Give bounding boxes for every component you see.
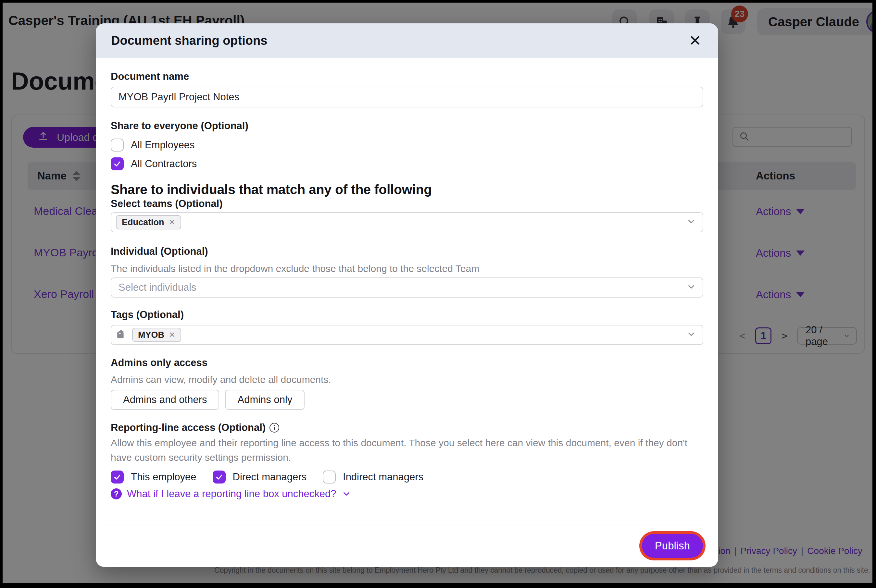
reporting-help-link[interactable]: ? What if I leave a reporting line box u… — [111, 487, 703, 501]
all-employees-checkbox-row[interactable]: All Employees — [111, 138, 703, 152]
reporting-line-label-row: Reporting-line access (Optional) i — [111, 422, 703, 434]
indirect-managers-checkbox-row[interactable]: Indirect managers — [323, 470, 424, 484]
individual-help-text: The individuals listed in the dropdown e… — [111, 263, 703, 274]
modal-footer: Publish — [96, 525, 718, 558]
teams-select[interactable]: Education ✕ — [111, 212, 703, 232]
chevron-down-icon — [687, 217, 696, 228]
admins-and-others-button[interactable]: Admins and others — [111, 390, 219, 410]
direct-managers-checkbox[interactable] — [213, 471, 225, 483]
admins-access-options: Admins and others Admins only — [111, 390, 703, 410]
reporting-line-checkboxes: This employee Direct managers Indirect m… — [111, 470, 703, 484]
indirect-managers-checkbox[interactable] — [323, 471, 336, 483]
this-employee-checkbox-row[interactable]: This employee — [111, 470, 197, 484]
document-sharing-modal: Document sharing options ✕ Document name… — [96, 23, 718, 567]
all-contractors-checkbox[interactable] — [111, 158, 124, 170]
chevron-down-icon — [341, 489, 351, 499]
all-employees-checkbox[interactable] — [111, 139, 124, 152]
individuals-select[interactable]: Select individuals — [111, 278, 703, 298]
admins-only-button[interactable]: Admins only — [225, 390, 305, 410]
remove-tag-icon[interactable]: ✕ — [169, 330, 175, 339]
publish-button[interactable]: Publish — [642, 534, 703, 558]
tags-select[interactable]: MYOB ✕ — [111, 325, 703, 345]
chevron-down-icon — [687, 282, 696, 293]
chevron-down-icon — [687, 329, 696, 340]
document-name-label: Document name — [111, 71, 703, 82]
remove-team-icon[interactable]: ✕ — [169, 218, 175, 227]
tags-label: Tags (Optional) — [111, 309, 703, 321]
modal-title: Document sharing options — [111, 34, 267, 48]
all-contractors-checkbox-row[interactable]: All Contractors — [111, 157, 703, 171]
close-icon[interactable]: ✕ — [689, 33, 701, 48]
reporting-line-description: Allow this employee and their reporting … — [111, 435, 703, 465]
individual-label: Individual (Optional) — [111, 246, 703, 257]
individuals-placeholder: Select individuals — [116, 282, 197, 293]
share-individuals-heading: Share to individuals that match any of t… — [111, 182, 703, 197]
all-employees-label: All Employees — [131, 139, 194, 151]
check-icon — [113, 473, 122, 481]
check-icon — [215, 473, 223, 481]
document-name-input[interactable] — [111, 87, 703, 107]
admins-access-label: Admins only access — [111, 357, 703, 369]
direct-managers-checkbox-row[interactable]: Direct managers — [213, 470, 307, 484]
info-icon[interactable]: i — [269, 423, 279, 433]
modal-body: Document name Share to everyone (Optiona… — [96, 71, 718, 501]
modal-header: Document sharing options ✕ — [96, 23, 718, 58]
this-employee-checkbox[interactable] — [111, 471, 124, 483]
admins-help-text: Admins can view, modify and delete all d… — [111, 374, 703, 386]
question-icon: ? — [111, 488, 122, 500]
all-contractors-label: All Contractors — [131, 158, 197, 170]
tag-chip: MYOB ✕ — [132, 328, 181, 342]
team-chip: Education ✕ — [116, 215, 181, 230]
screen: Casper's Training (AU 1st EH Payroll) 23… — [0, 0, 876, 588]
select-teams-label: Select teams (Optional) — [111, 198, 703, 210]
tag-icon — [116, 329, 127, 340]
check-icon — [113, 160, 122, 168]
share-everyone-label: Share to everyone (Optional) — [111, 120, 703, 132]
